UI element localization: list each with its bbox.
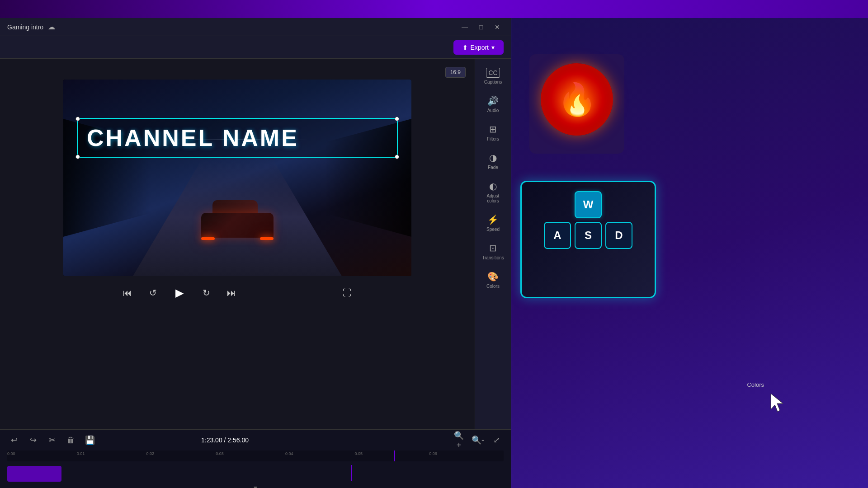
audio-label: Audio [487, 108, 499, 113]
fit-button[interactable]: ⤢ [490, 433, 504, 447]
right-sidebar: 🔥 W A S D Colors [511, 18, 868, 488]
zoom-in-button[interactable]: 🔍+ [452, 433, 466, 447]
export-icon: ⬆ [462, 44, 468, 51]
forward-button[interactable]: ↻ [198, 285, 214, 301]
captions-label: Captions [484, 80, 502, 84]
key-s: S [575, 222, 602, 249]
car-body-shape [201, 213, 274, 238]
right-taillight [260, 237, 274, 240]
tool-speed[interactable]: ⚡ Speed [478, 210, 509, 236]
playback-controls: ⏮ ↺ ▶ ↻ ⏭ ⛶ [119, 283, 355, 302]
tool-transitions[interactable]: ⊡ Transitions [478, 238, 509, 265]
key-a: A [544, 222, 571, 249]
tool-fade[interactable]: ◑ Fade [478, 148, 509, 174]
colors-icon: 🎨 [487, 271, 499, 282]
car-lights [201, 237, 274, 240]
main-toolbar: ⬆ Export ▾ [0, 36, 511, 59]
text-overlay[interactable]: CHANNEL NAME [77, 118, 398, 158]
tool-captions[interactable]: CC Captions [478, 63, 509, 89]
undo-button[interactable]: ↩ [7, 433, 21, 447]
keyboard-inner: W A S D [522, 182, 655, 258]
filters-label: Filters [487, 136, 499, 141]
fade-label: Fade [488, 165, 498, 170]
cursor-icon [769, 391, 787, 414]
ratio-badge: 16:9 [445, 67, 466, 78]
speed-label: Speed [486, 227, 500, 232]
zoom-out-button[interactable]: 🔍- [471, 433, 485, 447]
time-display: 1:23.00 / 2:56.00 [201, 436, 249, 444]
skip-back-button[interactable]: ⏮ [119, 285, 136, 301]
audio-icon: 🔊 [487, 95, 499, 106]
key-w: W [575, 191, 602, 218]
channel-name-text: CHANNEL NAME [87, 124, 388, 151]
tool-adjust-colors[interactable]: ◐ Adjust colors [478, 176, 509, 208]
ruler-mark-3: 0:03 [216, 451, 224, 456]
skip-forward-button[interactable]: ⏭ [223, 285, 240, 301]
window-controls: — □ ✕ [458, 21, 504, 33]
video-canvas[interactable]: CHANNEL NAME [63, 80, 411, 276]
handle-top-left[interactable] [75, 117, 80, 121]
key-row-top: W [531, 191, 646, 218]
minimize-button[interactable]: — [458, 21, 471, 33]
car [201, 213, 274, 249]
close-button[interactable]: ✕ [491, 21, 504, 33]
key-d: D [605, 222, 632, 249]
transitions-icon: ⊡ [489, 243, 497, 253]
content-area: 16:9 [0, 59, 511, 429]
car-roof [212, 200, 258, 214]
colors-label: Colors [486, 284, 500, 289]
tools-panel: CC Captions 🔊 Audio ⊞ Filters ◑ Fade ◐ A… [475, 59, 511, 429]
timeline-expand[interactable]: ▾ [7, 483, 504, 488]
main-window: Gaming intro ☁ — □ ✕ ⬆ Export ▾ 16:9 [0, 18, 511, 488]
adjust-colors-label: Adjust colors [481, 193, 505, 203]
ruler-mark-1: 0:01 [77, 451, 85, 456]
chevron-down-icon: ▾ [254, 483, 257, 488]
track-playhead [351, 465, 352, 481]
redo-button[interactable]: ↪ [26, 433, 40, 447]
save-button[interactable]: 💾 [83, 433, 97, 447]
tool-audio[interactable]: 🔊 Audio [478, 91, 509, 117]
maximize-button[interactable]: □ [475, 21, 487, 33]
transitions-label: Transitions [482, 255, 504, 260]
fullscreen-button[interactable]: ⛶ [339, 285, 355, 301]
preview-area: 16:9 [0, 59, 475, 429]
timeline-area: ↩ ↪ ✂ 🗑 💾 1:23.00 / 2:56.00 🔍+ 🔍- ⤢ 0:00… [0, 429, 511, 488]
handle-bottom-left[interactable] [75, 155, 80, 159]
adjust-colors-icon: ◐ [489, 181, 497, 192]
handle-top-right[interactable] [395, 117, 399, 121]
window-titlebar: Gaming intro ☁ — □ ✕ [0, 18, 511, 36]
playhead[interactable] [394, 450, 395, 461]
export-button[interactable]: ⬆ Export ▾ [453, 40, 504, 55]
tool-filters[interactable]: ⊞ Filters [478, 119, 509, 146]
fire-emoji-icon: 🔥 [557, 81, 597, 118]
cut-button[interactable]: ✂ [45, 433, 59, 447]
app-title-area: Gaming intro ☁ [7, 23, 55, 31]
timeline-ruler: 0:00 0:01 0:02 0:03 0:04 0:05 0:06 [7, 450, 504, 461]
left-taillight [201, 237, 215, 240]
cursor-pointer [769, 391, 787, 416]
delete-button[interactable]: 🗑 [64, 433, 78, 447]
cloud-icon: ☁ [48, 23, 55, 31]
export-label: Export [471, 44, 489, 51]
handle-bottom-right[interactable] [395, 155, 399, 159]
ruler-mark-0: 0:00 [7, 451, 15, 456]
export-dropdown-icon: ▾ [491, 44, 495, 51]
fade-icon: ◑ [489, 152, 497, 163]
video-track[interactable] [7, 466, 61, 482]
fire-logo-card[interactable]: 🔥 [529, 54, 624, 154]
captions-icon: CC [486, 68, 500, 78]
ruler-mark-4: 0:04 [285, 451, 293, 456]
keyboard-card[interactable]: W A S D [520, 181, 656, 298]
colors-text: Colors [747, 381, 764, 388]
ruler-mark-5: 0:05 [355, 451, 363, 456]
colors-label-area: Colors [747, 380, 764, 389]
rewind-button[interactable]: ↺ [145, 285, 161, 301]
speed-icon: ⚡ [487, 214, 499, 225]
timeline-track-row [7, 464, 504, 482]
total-time: 2:56.00 [227, 436, 249, 444]
timeline-toolbar: ↩ ↪ ✂ 🗑 💾 1:23.00 / 2:56.00 🔍+ 🔍- ⤢ [7, 433, 504, 447]
app-title-text: Gaming intro [7, 23, 43, 31]
play-button[interactable]: ▶ [170, 283, 189, 302]
key-row-bottom: A S D [531, 222, 646, 249]
tool-colors[interactable]: 🎨 Colors [478, 267, 509, 293]
